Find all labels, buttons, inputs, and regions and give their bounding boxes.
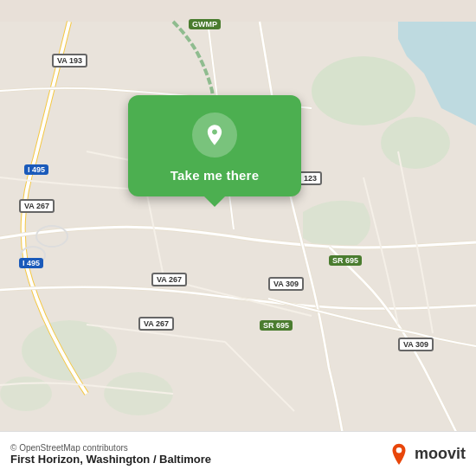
road-label-i495-1: I 495 — [24, 164, 48, 175]
road-label-va309-2: VA 309 — [398, 338, 434, 351]
moovit-pin-icon — [387, 442, 411, 466]
popup-card[interactable]: Take me there — [128, 95, 301, 196]
road-label-va267-3: VA 267 — [138, 317, 174, 331]
svg-point-8 — [396, 447, 402, 453]
location-pin-icon — [203, 123, 227, 147]
location-name: First Horizon, Washington / Baltimore — [10, 453, 211, 466]
road-label-sr695-2: SR 695 — [260, 320, 293, 331]
road-label-va267-2: VA 267 — [151, 273, 187, 286]
take-me-there-button[interactable]: Take me there — [170, 168, 259, 183]
map-svg — [0, 0, 476, 476]
osm-attribution: © OpenStreetMap contributors — [10, 443, 211, 453]
bottom-left: © OpenStreetMap contributors First Horiz… — [10, 443, 211, 466]
bottom-bar: © OpenStreetMap contributors First Horiz… — [0, 431, 476, 476]
road-label-sr695-1: SR 695 — [329, 255, 362, 266]
road-label-va193: VA 193 — [52, 54, 87, 68]
road-label-gwmp: GWMP — [189, 19, 221, 29]
moovit-logo: moovit — [387, 442, 466, 466]
moovit-label: moovit — [415, 445, 466, 463]
road-label-va267-1: VA 267 — [19, 199, 55, 213]
map-container: I 495I 495VA 267VA 267VA 267VA 193SR 695… — [0, 0, 476, 476]
road-label-i495-2: I 495 — [19, 258, 43, 268]
road-label-va123: 123 — [299, 171, 322, 185]
location-icon-circle — [192, 113, 237, 158]
road-label-va309-1: VA 309 — [268, 277, 304, 291]
